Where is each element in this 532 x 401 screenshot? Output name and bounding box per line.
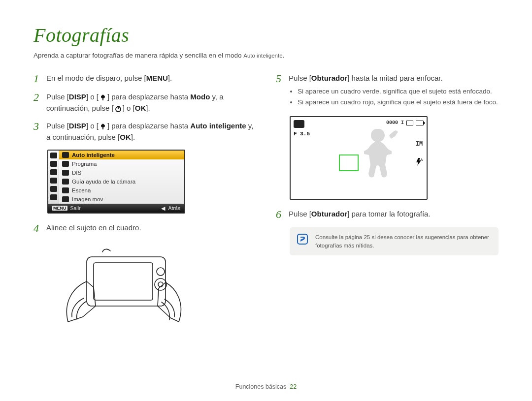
step-text: Pulse [ [289, 74, 311, 82]
svg-point-3 [157, 268, 165, 276]
page-title: Fotografías [33, 24, 499, 47]
svg-rect-2 [94, 263, 153, 300]
step-3: 3 Pulse [DISP] o [] para desplazarse has… [33, 121, 256, 143]
menu-item-icon [62, 161, 69, 167]
aperture-value: F 3.5 [294, 131, 310, 137]
step-body: En el modo de disparo, pulse [MENU]. [46, 73, 256, 85]
counter-value: 0000 I [386, 120, 404, 125]
menu-category-icon [50, 186, 57, 192]
menu-item-label: DIS [72, 170, 81, 176]
step-text: ]. [168, 74, 172, 82]
menu-footer-tag: MENU [52, 206, 67, 211]
camera-hands-illustration [48, 243, 256, 329]
disp-button-label: DISP [69, 122, 86, 130]
bullet: Si aparece un cuadro rojo, significa que… [298, 98, 499, 107]
battery-icon [416, 121, 424, 125]
menu-item-icon [62, 152, 69, 158]
menu-item-label: Imagen mov [72, 196, 103, 202]
step-text: ] hasta la mitad para enfocar. [347, 74, 442, 82]
step-text: ] para desplazarse hasta [107, 93, 190, 101]
menu-item: Guía ayuda de la cámara [59, 177, 184, 186]
step-number: 1 [33, 73, 46, 85]
ok-button-label: OK [120, 133, 131, 141]
page: Fotografías Aprenda a capturar fotografí… [0, 0, 532, 348]
focus-preview-screenshot: F 3.5 0000 I IM A [290, 116, 428, 200]
step-body: Pulse [Obturador] hasta la mitad para en… [289, 73, 499, 109]
step-text: ]. [146, 104, 150, 112]
menu-item-label: Programa [72, 161, 97, 167]
mode-menu-screenshot: Auto inteligente Programa DIS Guía ayuda… [47, 150, 185, 214]
step-text: ] o [ [86, 93, 99, 101]
svg-point-5 [158, 282, 163, 287]
footer-page-number: 22 [290, 383, 297, 390]
step-body: Pulse [DISP] o [] para desplazarse hasta… [46, 121, 256, 143]
intro-after: . [283, 52, 285, 59]
step-number: 3 [33, 121, 46, 143]
step-text: ] para desplazarse hasta [107, 122, 190, 130]
back-arrow-icon: ◀ [161, 205, 165, 211]
menu-body: Auto inteligente Programa DIS Guía ayuda… [48, 151, 184, 204]
menu-category-icon [50, 169, 57, 175]
menu-category-icon [50, 194, 57, 200]
menu-footer-left: MENUSalir [52, 205, 81, 211]
focus-indicator-box [339, 154, 359, 171]
top-right-status: 0000 I [386, 120, 424, 125]
intro-before: Aprenda a capturar fotografías de manera… [33, 52, 243, 59]
step-text: ] o [ [123, 104, 135, 112]
menu-item: Imagen mov [59, 195, 184, 204]
menu-item-icon [62, 170, 69, 176]
menu-item: Programa [59, 159, 184, 168]
mode-icon [294, 120, 304, 128]
image-size-label: IM [416, 141, 423, 148]
timer-icon [114, 105, 123, 112]
menu-item-label: Escena [72, 187, 91, 193]
shutter-label: Obturador [311, 210, 347, 218]
intro-text: Aprenda a capturar fotografías de manera… [33, 52, 499, 59]
macro-icon [99, 94, 107, 101]
menu-item: DIS [59, 168, 184, 177]
menu-item-label: Auto inteligente [72, 152, 115, 158]
menu-button-label: MENU [146, 74, 168, 82]
menu-footer-right: ◀Atrás [161, 205, 180, 211]
menu-footer-back: Atrás [168, 205, 180, 211]
step-number: 5 [276, 73, 289, 109]
svg-text:A: A [421, 158, 423, 162]
step-5: 5 Pulse [Obturador] hasta la mitad para … [276, 73, 499, 109]
ok-button-label: OK [135, 104, 146, 112]
step-text: ] o [ [86, 122, 99, 130]
shutter-label: Obturador [311, 74, 347, 82]
menu-footer: MENUSalir ◀Atrás [48, 204, 184, 213]
step-body: Alinee el sujeto en el cuadro. [46, 222, 256, 234]
footer-section: Funciones básicas [235, 383, 287, 390]
step-text: Pulse [ [46, 122, 69, 130]
note-text: Consulte la página 25 si desea conocer l… [315, 233, 492, 249]
info-icon [297, 233, 308, 245]
step-6: 6 Pulse [Obturador] para tomar la fotogr… [276, 209, 499, 220]
menu-item: Escena [59, 186, 184, 195]
left-column: 1 En el modo de disparo, pulse [MENU]. 2… [33, 73, 256, 329]
step-body: Pulse [Obturador] para tomar la fotograf… [289, 209, 499, 220]
bold-modo: Modo [190, 93, 210, 101]
page-footer: Funciones básicas 22 [0, 383, 532, 390]
step-number: 2 [33, 92, 46, 114]
menu-list: Auto inteligente Programa DIS Guía ayuda… [59, 151, 184, 204]
flash-auto-icon: A [415, 157, 424, 166]
svg-rect-1 [87, 257, 166, 306]
step-number: 4 [33, 222, 46, 234]
menu-category-icon [50, 178, 57, 184]
right-side-status: IM A [415, 141, 424, 166]
bullet: Si aparece un cuadro verde, significa qu… [298, 87, 499, 96]
memory-icon [406, 121, 413, 125]
menu-item-label: Guía ayuda de la cámara [72, 179, 135, 185]
content-columns: 1 En el modo de disparo, pulse [MENU]. 2… [33, 73, 499, 329]
menu-footer-exit: Salir [70, 205, 81, 211]
step-4: 4 Alinee el sujeto en el cuadro. [33, 222, 256, 234]
menu-item-icon [62, 179, 69, 185]
menu-category-icon [50, 161, 57, 167]
step-2: 2 Pulse [DISP] o [] para desplazarse has… [33, 92, 256, 114]
step-text: ] para tomar la fotografía. [347, 210, 430, 218]
svg-point-4 [155, 278, 166, 290]
bold-auto-inteligente: Auto inteligente [190, 122, 246, 130]
intro-mode: Auto inteligente [243, 53, 282, 59]
step-text: ]. [131, 133, 135, 141]
